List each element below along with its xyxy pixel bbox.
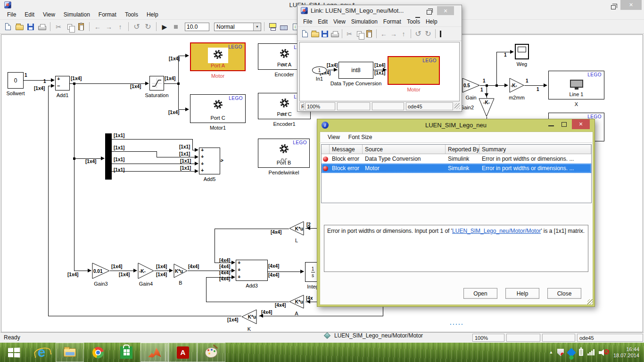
- undo-icon[interactable]: ↺: [413, 29, 423, 39]
- cell-sum: Error in port widths or dimensions. ...: [479, 156, 591, 162]
- paste-icon[interactable]: [364, 29, 374, 39]
- resize-grip[interactable]: [587, 299, 593, 305]
- cell-msg: Block error: [330, 165, 363, 172]
- dialog-menu-view[interactable]: View: [323, 133, 344, 141]
- forward-icon[interactable]: →: [389, 29, 398, 39]
- chevron-down-icon[interactable]: ▼: [253, 23, 261, 31]
- close-button[interactable]: ×: [572, 119, 590, 129]
- link-status-solver: ode45: [406, 102, 453, 110]
- error-block-link[interactable]: LUEN_SIM_Lego_neu/Motor/Motor: [452, 228, 541, 234]
- taskbar-item-internet-explorer[interactable]: e: [27, 343, 56, 362]
- maximize-button[interactable]: [561, 122, 567, 127]
- play-icon[interactable]: ▶: [159, 22, 170, 32]
- error-ball-icon: [323, 156, 328, 162]
- undo-icon[interactable]: ↺: [132, 22, 142, 32]
- print-icon[interactable]: [37, 22, 47, 32]
- new-file-icon[interactable]: [3, 22, 13, 32]
- action-center-shield-icon[interactable]: [557, 349, 564, 356]
- status-zoom: 100%: [472, 334, 504, 342]
- dialog-menu-font-size[interactable]: Font Size: [344, 133, 377, 141]
- header-icon-column[interactable]: [322, 145, 330, 154]
- file-explorer-icon: [64, 348, 76, 357]
- copy-icon[interactable]: [65, 22, 75, 32]
- taskbar-item-acrobat[interactable]: A: [169, 343, 197, 362]
- cut-icon[interactable]: ✂: [53, 22, 64, 32]
- status-solver: ode45: [577, 334, 643, 342]
- cut-icon[interactable]: ✂: [345, 29, 354, 39]
- taskbar-clock[interactable]: 16:44 18.07.2014: [613, 346, 639, 359]
- paste-icon[interactable]: [76, 22, 86, 32]
- battery-icon[interactable]: [579, 349, 583, 356]
- dropbox-icon[interactable]: [567, 348, 576, 357]
- link-menu-format[interactable]: Format: [380, 17, 404, 26]
- redo-icon[interactable]: ↻: [423, 29, 433, 39]
- close-dialog-button[interactable]: Close: [547, 288, 581, 299]
- close-button[interactable]: ×: [620, 0, 642, 10]
- start-button[interactable]: [0, 343, 27, 362]
- main-menu-view[interactable]: View: [39, 10, 59, 19]
- tray-expand-icon[interactable]: ▲: [549, 350, 553, 354]
- back-icon[interactable]: ←: [379, 29, 388, 39]
- minimize-button[interactable]: [548, 125, 554, 126]
- taskbar-item-chrome[interactable]: [84, 343, 112, 362]
- link-menu-edit[interactable]: Edit: [315, 17, 330, 26]
- error-ball-icon: [323, 166, 328, 171]
- back-icon[interactable]: ←: [92, 22, 103, 32]
- print-icon[interactable]: [330, 29, 339, 39]
- link-menu-view[interactable]: View: [330, 17, 348, 26]
- model-browser-icon[interactable]: [267, 22, 278, 32]
- open-button[interactable]: Open: [463, 288, 497, 299]
- stop-icon[interactable]: [171, 22, 181, 32]
- link-model-canvas[interactable]: [299, 42, 460, 101]
- sim-time-field[interactable]: 10.0: [185, 23, 209, 31]
- link-menu-help[interactable]: Help: [423, 17, 440, 26]
- volume-muted-icon[interactable]: [599, 349, 609, 356]
- pane-splitter[interactable]: [317, 322, 595, 326]
- up-icon[interactable]: ↑: [115, 22, 125, 32]
- cell-msg: Block error: [330, 156, 363, 162]
- header-message[interactable]: Message: [330, 145, 363, 154]
- link-window-title: Link: LUEN_SIM_Lego_neu/Mot...: [311, 7, 404, 14]
- restore-button[interactable]: [611, 5, 616, 9]
- header-reported-by[interactable]: Reported By: [446, 145, 479, 154]
- main-menu-tools[interactable]: Tools: [121, 10, 142, 19]
- maximize-button[interactable]: [427, 10, 432, 15]
- main-menu-edit[interactable]: Edit: [20, 10, 39, 19]
- main-menu-simulation[interactable]: Simulation: [59, 10, 94, 19]
- toolbox-icon[interactable]: [279, 22, 289, 32]
- network-signal-icon[interactable]: [587, 349, 594, 355]
- simulink-app-icon: [301, 7, 308, 14]
- main-menu-format[interactable]: Format: [94, 10, 121, 19]
- link-menu-tools[interactable]: Tools: [404, 17, 423, 26]
- taskbar-item-paint[interactable]: [197, 343, 225, 362]
- cell-rep: Simulink: [446, 165, 479, 172]
- up-icon[interactable]: ↑: [399, 29, 408, 39]
- link-titlebar[interactable]: Link: LUEN_SIM_Lego_neu/Mot... ×: [297, 5, 462, 16]
- forward-icon[interactable]: →: [104, 22, 114, 32]
- taskbar-item-matlab[interactable]: [140, 343, 169, 362]
- save-icon[interactable]: [25, 22, 36, 32]
- link-menu-file[interactable]: File: [300, 17, 315, 26]
- error-row-2[interactable]: Block errorMotorSimulinkError in port wi…: [322, 164, 591, 173]
- resize-grip[interactable]: [454, 103, 460, 109]
- link-status-ready: Ready: [299, 102, 304, 110]
- header-source[interactable]: Source: [363, 145, 446, 154]
- error-row-1[interactable]: Block errorData Type ConversionSimulinkE…: [322, 154, 591, 164]
- main-menu-file[interactable]: File: [3, 10, 20, 19]
- new-file-icon[interactable]: [300, 29, 310, 39]
- link-menu-simulation[interactable]: Simulation: [348, 17, 380, 26]
- save-icon[interactable]: [320, 29, 330, 39]
- close-button[interactable]: ×: [437, 6, 454, 15]
- header-summary[interactable]: Summary: [479, 145, 591, 154]
- taskbar-item-windows-store[interactable]: [112, 343, 140, 362]
- help-button[interactable]: Help: [505, 288, 539, 299]
- chrome-icon: [92, 347, 104, 358]
- main-menu-help[interactable]: Help: [142, 10, 163, 19]
- detail-path-text: LUEN_SIM_Lego_neu/Motor/Motor: [334, 332, 423, 339]
- taskbar-item-file-explorer[interactable]: [56, 343, 84, 362]
- redo-icon[interactable]: ↻: [143, 22, 153, 32]
- sim-mode-dropdown[interactable]: Normal ▼: [214, 23, 261, 31]
- open-icon[interactable]: [310, 29, 320, 39]
- open-icon[interactable]: [14, 22, 25, 32]
- copy-icon[interactable]: [355, 29, 364, 39]
